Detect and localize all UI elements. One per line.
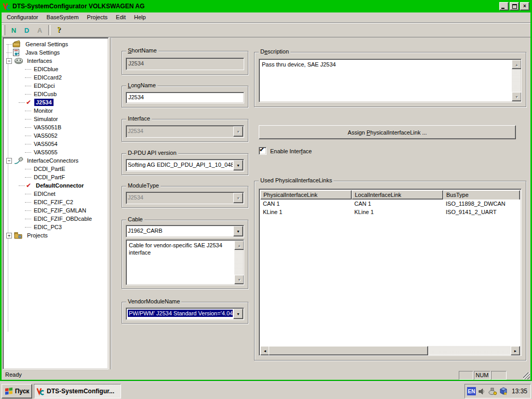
tree-item-simulator[interactable]: Simulator [4,115,107,123]
projects-icon [14,232,23,239]
tree-item-label: Java Settings [24,49,61,56]
volume-icon[interactable] [478,388,486,395]
tree-item-java-settings[interactable]: Java Settings [4,48,107,57]
scroll-down-icon[interactable]: ▼ [234,275,244,284]
tree-item-vas5051b[interactable]: VAS5051B [4,123,107,131]
menu-configurator[interactable]: Configurator [3,13,43,22]
toolbar: N D A ? [2,23,530,37]
dpdu-api-label: D-PDU API version [126,150,178,156]
cable-scrollbar[interactable]: ▲ ▼ [234,241,243,284]
table-body[interactable]: CAN 1CAN 1ISO_11898_2_DWCANKLine 1KLine … [260,200,520,346]
table-row[interactable]: CAN 1CAN 1ISO_11898_2_DWCAN [260,200,520,208]
menu-edit[interactable]: Edit [112,13,130,22]
dropdown-arrow-icon[interactable]: ▼ [233,160,243,170]
table-hscrollbar[interactable]: ◄ ► [260,346,520,354]
used-links-table[interactable]: PhysicalInterfaceLinkLocalInterfaceLinkB… [259,189,522,356]
tree-item-dcdi-partf[interactable]: DCDI_PartF [4,173,107,181]
tree-item-label: Simulator [32,115,59,123]
titlebar[interactable]: DTS-SystemConfigurator VOLKSWAGEN AG × [2,1,530,11]
tree-item-ediccard2[interactable]: EDICcard2 [4,73,107,82]
collapse-icon[interactable]: − [6,58,12,64]
description-textarea[interactable]: Pass thru device, SAE J2534 ▲ ▼ [259,59,522,102]
toolbar-gripper[interactable] [3,25,5,35]
tree-item-label: DCDI_PartF [32,174,66,181]
tree-item-monitor[interactable]: Monitor [4,107,107,115]
longname-input[interactable]: J2534 [126,92,244,103]
window-controls: × [499,2,530,10]
scroll-down-icon[interactable]: ▼ [512,92,522,101]
tree-item-edicnet[interactable]: EDICnet [4,190,107,198]
tree-item-label: EDIC_PC3 [32,223,63,231]
checkbox-box[interactable]: ✔ [259,147,267,155]
menu-help[interactable]: Help [130,13,150,22]
vendormodulename-label: VendorModuleName [126,298,181,304]
tree-item-label: EDICcard2 [32,74,63,81]
toolbar-n-button[interactable]: N [7,24,20,36]
tree-item-edic-fzif-obdcable[interactable]: EDIC_FZIF_OBDcable [4,215,107,223]
help-icon[interactable]: ? [52,24,65,36]
tree-item-projects[interactable]: +Projects [4,231,107,240]
vendormodulename-select[interactable]: PW/PWM' J2534 Standard Version='4.04' ▼ [126,308,244,320]
config-tree: General SettingsJava Settings−Interfaces… [4,40,107,368]
tree-item-interfaceconnectors[interactable]: −InterfaceConnectors [4,156,107,165]
app-window: DTS-SystemConfigurator VOLKSWAGEN AG × C… [0,0,532,381]
taskbar-app-button[interactable]: DTS-SystemConfigur... [34,384,121,398]
shortname-label: ShortName [126,47,158,54]
clock: 13:35 [512,388,527,395]
statusbar: Ready NUM [2,369,530,380]
used-links-label: Used PhysicalInterfaceLinks [259,177,334,183]
tree-item-defaultconnector[interactable]: ✔DefaultConnector [4,181,107,190]
menu-basesystem[interactable]: BaseSystem [43,13,83,22]
scroll-up-icon[interactable]: ▲ [512,60,522,69]
cable-description-box: Cable for vendor-specific SAE J2534 inte… [126,240,244,285]
tree-item-edic-fzif-c2[interactable]: EDIC_FZIF_C2 [4,198,107,206]
resize-grip[interactable] [523,373,530,379]
close-button[interactable]: × [520,2,529,10]
vbox-icon[interactable] [499,387,508,395]
maximize-button[interactable] [510,2,519,10]
tree-item-edic-fzif-gmlan[interactable]: EDIC_FZIF_GMLAN [4,206,107,215]
tree-item-j2534[interactable]: ✔J2534 [4,98,107,107]
tree-item-edicusb[interactable]: EDICusb [4,90,107,98]
column-header-bustype[interactable]: BusType [443,190,520,201]
language-indicator[interactable]: EN [467,387,476,395]
column-header-localinterfacelink[interactable]: LocalInterfaceLink [352,190,443,200]
tree-item-general-settings[interactable]: General Settings [4,40,107,48]
table-header[interactable]: PhysicalInterfaceLinkLocalInterfaceLinkB… [260,190,520,200]
description-label: Description [259,48,290,55]
toolbar-d-button[interactable]: D [20,24,33,36]
scroll-up-icon[interactable]: ▲ [234,241,244,250]
client-area: Configurator BaseSystem Projects Edit He… [2,12,530,380]
group-cable: Cable J1962_CARB ▼ Cable for vendor-spec… [122,220,248,289]
scroll-right-icon[interactable]: ► [511,346,520,355]
tree-item-label: EDICusb [32,90,58,98]
column-header-physicalinterfacelink[interactable]: PhysicalInterfaceLink [260,190,352,200]
status-panel-scrl [491,371,507,380]
collapse-icon[interactable]: − [6,158,12,164]
group-dpdu-api-version: D-PDU API version Softing AG EDIC_D_PDU_… [122,153,248,175]
description-scrollbar[interactable]: ▲ ▼ [512,60,521,101]
tree-item-label: EDIC_FZIF_GMLAN [32,207,88,214]
tree-item-dcdi-parte[interactable]: DCDI_PartE [4,165,107,173]
tree-item-vas5054[interactable]: VAS5054 [4,140,107,148]
dropdown-arrow-icon[interactable]: ▼ [233,309,243,319]
enable-interface-checkbox[interactable]: ✔ Enable Interface [259,147,312,155]
device-icon[interactable] [488,387,497,395]
start-button[interactable]: Пуск [2,384,32,398]
hscroll-thumb[interactable] [269,346,428,355]
dropdown-arrow-icon[interactable]: ▼ [233,226,243,236]
tree-item-edicpci[interactable]: EDICpci [4,82,107,90]
dpdu-api-select[interactable]: Softing AG EDIC_D_PDU_API_1_10_048 ▼ [126,159,244,171]
tree-item-interfaces[interactable]: −Interfaces [4,57,107,65]
expand-icon[interactable]: + [6,233,12,238]
tree-item-edicblue[interactable]: EDICblue [4,65,107,73]
tree-item-label: EDICblue [32,65,60,73]
cable-select[interactable]: J1962_CARB ▼ [126,225,244,237]
tree-item-vas5055[interactable]: VAS5055 [4,148,107,156]
menu-projects[interactable]: Projects [83,13,112,22]
tree-item-edic-pc3[interactable]: EDIC_PC3 [4,223,107,231]
table-row[interactable]: KLine 1KLine 1ISO_9141_2_UART [260,208,520,216]
tree-item-vas5052[interactable]: VAS5052 [4,131,107,140]
assign-physicalinterfacelink-button[interactable]: Assign PhysicalInterfaceLink ... [259,125,516,139]
minimize-button[interactable] [499,2,509,10]
